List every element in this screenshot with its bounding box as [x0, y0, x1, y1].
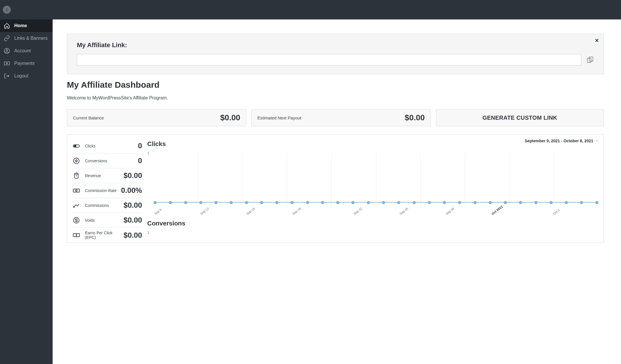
account-icon: [3, 47, 10, 54]
chart-point: [550, 201, 553, 204]
chart-xlabel: [522, 213, 524, 215]
home-icon: [3, 22, 10, 29]
stat-label: Earns Per Click (EPC): [85, 231, 121, 240]
chart-xlabel: [583, 213, 585, 215]
chart-point: [443, 201, 446, 204]
sidebar-item-home[interactable]: Home: [0, 19, 53, 32]
chart-xlabel: [338, 213, 340, 215]
sidebar-item-links-banners[interactable]: Links & Banners: [0, 32, 53, 45]
copy-icon[interactable]: [586, 56, 594, 63]
svg-point-1: [6, 49, 8, 51]
stat-value: 0: [138, 141, 142, 150]
payout-value: $0.00: [405, 113, 425, 122]
generate-custom-link-button[interactable]: GENERATE CUSTOM LINK: [436, 109, 604, 126]
stat-row[interactable]: Conversions0: [72, 153, 142, 168]
svg-rect-9: [73, 189, 79, 192]
chart-xlabel: [460, 213, 462, 215]
chevron-left-icon: [5, 8, 9, 12]
chart-xlabel: [384, 213, 386, 215]
stat-value: $0.00: [124, 216, 142, 225]
chart-point: [565, 201, 568, 204]
chart-point: [184, 201, 187, 204]
revenue-icon: [72, 172, 80, 180]
chart-xlabel: [322, 213, 324, 215]
link-icon: [3, 35, 10, 42]
chart-point: [260, 201, 263, 204]
chart-point: [275, 201, 278, 204]
stat-row[interactable]: Earns Per Click (EPC)$0.00: [72, 228, 142, 243]
chart-xlabel: [475, 213, 477, 215]
conversions-icon: [72, 157, 80, 165]
chart-xlabel: Sep 25: [399, 213, 401, 215]
chart-point: [245, 201, 248, 204]
chart-xlabel: [568, 213, 570, 215]
rate-icon: [72, 187, 80, 195]
chart-point: [458, 201, 461, 204]
sidebar-item-account[interactable]: Account: [0, 45, 53, 57]
close-icon[interactable]: ✕: [595, 37, 599, 44]
affiliate-link-input[interactable]: [77, 54, 581, 65]
chart-point: [306, 201, 309, 204]
back-button[interactable]: [3, 6, 11, 14]
chart-xlabel: [184, 213, 186, 215]
chart-xlabel: [368, 213, 370, 215]
sidebar-item-label: Logout: [14, 73, 28, 79]
main-content: ✕ My Affiliate Link: My Affiliate Dashbo…: [53, 19, 621, 364]
affiliate-link-title: My Affiliate Link:: [77, 41, 594, 49]
stat-value: $0.00: [124, 231, 142, 240]
sidebar-item-label: Payments: [14, 61, 35, 66]
chart-point: [580, 201, 583, 204]
svg-point-10: [75, 190, 77, 191]
sidebar-item-payments[interactable]: Payments: [0, 57, 53, 70]
chart-xlabel: [537, 213, 539, 215]
chart-ytick: 1: [147, 231, 598, 235]
sidebar-item-label: Links & Banners: [14, 36, 48, 41]
stat-value: $0.00: [124, 201, 142, 210]
chart-point: [169, 201, 172, 204]
clicks-chart: 1 Sep 9Sep 12Sep 15Sep 18Sep 22Sep 25Sep…: [147, 151, 598, 208]
chart-point: [351, 201, 355, 204]
stat-row[interactable]: Commission Rate0.00%: [72, 183, 142, 198]
epc-icon: [72, 231, 80, 239]
svg-point-7: [74, 145, 76, 147]
chart-point: [489, 201, 492, 204]
stat-label: Commissions: [85, 203, 109, 208]
chart-xlabel: [430, 213, 432, 215]
chart-xlabel: [230, 213, 232, 215]
chart-title-conversions: Conversions: [147, 220, 598, 227]
stat-row[interactable]: Clicks0: [72, 139, 142, 153]
chart-xlabel: Sep 18: [292, 213, 294, 215]
chart-xlabel: [276, 213, 278, 215]
chart-point: [504, 201, 507, 204]
chart-xlabel: [598, 213, 600, 215]
stat-row[interactable]: Voids$0.00: [72, 213, 142, 228]
sidebar-item-logout[interactable]: Logout: [0, 70, 53, 82]
topbar: [0, 0, 621, 19]
stat-label: Clicks: [85, 144, 95, 148]
stat-row[interactable]: Revenue$0.00: [72, 168, 142, 183]
stat-label: Commission Rate: [85, 188, 116, 193]
stat-value: 0: [138, 156, 142, 165]
stats-list: Clicks0Conversions0Revenue$0.00Commissio…: [72, 139, 142, 243]
chart-point: [428, 201, 431, 204]
balance-card: Current Balance $0.00: [67, 109, 246, 126]
date-range-picker[interactable]: September 9, 2021 - October 8, 2021: [525, 139, 598, 143]
chart-point: [473, 201, 477, 204]
affiliate-link-panel: ✕ My Affiliate Link:: [67, 34, 604, 74]
chart-point: [382, 201, 385, 204]
svg-point-3: [6, 63, 8, 64]
chart-xlabel: Sep 15: [246, 213, 248, 215]
chart-point: [413, 201, 416, 204]
chart-xlabel: Sep 28: [445, 213, 447, 215]
payout-card: Estimated Next Payout $0.00: [251, 109, 431, 126]
stat-row[interactable]: Commissions$0.00: [72, 198, 142, 213]
svg-point-8: [73, 158, 79, 164]
sidebar: Home Links & Banners Account Payments Lo…: [0, 19, 53, 364]
voids-icon: [72, 216, 80, 224]
chart-point: [519, 201, 522, 204]
stat-label: Conversions: [85, 159, 107, 163]
chart-point: [230, 201, 233, 204]
clicks-icon: [72, 142, 80, 150]
sidebar-item-label: Account: [14, 48, 31, 53]
chart-xlabel: [261, 213, 263, 215]
